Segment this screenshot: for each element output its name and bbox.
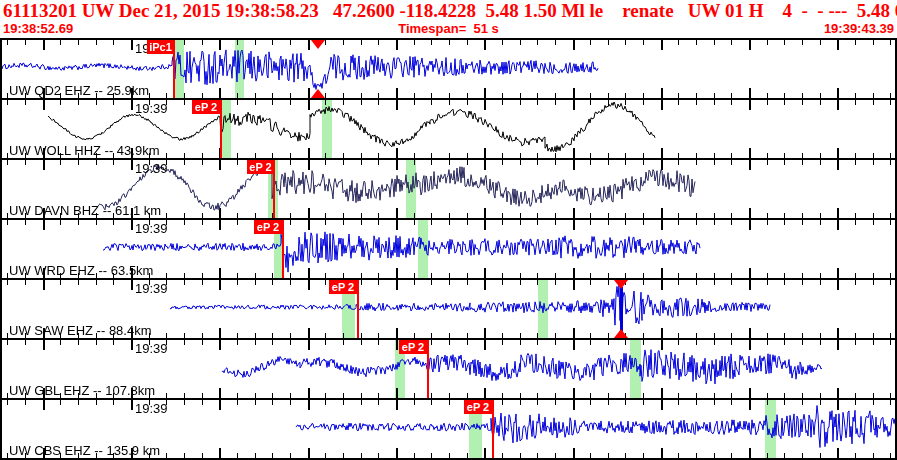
timespan-label: Timespan= 51 s <box>0 21 897 36</box>
phase-pick-line[interactable] <box>282 220 284 278</box>
station-label: UW SAW EHZ -- 88.4km <box>9 323 152 338</box>
minute-timestamp: 19:39 <box>135 401 168 416</box>
phase-pick-flag[interactable]: iPc1 <box>147 40 174 54</box>
station-label: UW GBL EHZ -- 107.8km <box>9 383 155 398</box>
trace-panel-3: 19:39eP 2UW DAVN BHZ -- 61.1 km <box>2 158 895 218</box>
minute-timestamp: 19:39 <box>135 101 168 116</box>
minute-timestamp: 19:39 <box>135 221 168 236</box>
minute-timestamp: 19:39 <box>135 341 168 356</box>
phase-pick-flag[interactable]: eP 2 <box>399 340 427 354</box>
trace-panel-7: 19:39eP 2UW CBS EHZ -- 135.9 km <box>2 398 895 458</box>
coda-marker-bottom-icon[interactable] <box>614 329 628 338</box>
trace-panel-5: 19:39eP 2UW SAW EHZ -- 88.4km <box>2 278 895 338</box>
station-label: UW CBS EHZ -- 135.9 km <box>9 443 160 458</box>
station-label: UW WRD EHZ -- 63.5km <box>9 263 153 278</box>
phase-pick-flag[interactable]: eP 2 <box>254 220 282 234</box>
station-label: UW DAVN BHZ -- 61.1 km <box>9 203 161 218</box>
window-end-time: 19:39:43.39 <box>824 21 894 36</box>
coda-marker-top-icon[interactable] <box>614 280 628 289</box>
phase-pick-flag[interactable]: eP 2 <box>192 100 220 114</box>
coda-marker-top-icon[interactable] <box>311 40 325 49</box>
minute-timestamp: 19:39 <box>135 281 168 296</box>
coda-marker-bottom-icon[interactable] <box>311 89 325 98</box>
station-label: UW WOLL HHZ -- 43.9km <box>9 143 159 158</box>
trace-panel-1: 19:39iPc1UW QD2 EHZ -- 25.9km <box>2 38 895 98</box>
time-header: 19:38:52.69 Timespan= 51 s 19:39:43.39 <box>0 21 897 37</box>
minute-timestamp: 19:39 <box>135 161 168 176</box>
seismic-picker-window: 61113201 UW Dec 21, 2015 19:38:58.23 47.… <box>0 0 897 460</box>
station-label: UW QD2 EHZ -- 25.9km <box>9 83 149 98</box>
phase-pick-flag[interactable]: eP 2 <box>464 400 492 414</box>
trace-panel-2: 19:39eP 2UW WOLL HHZ -- 43.9km <box>2 98 895 158</box>
coda-marker-line[interactable] <box>620 287 623 331</box>
trace-panel-4: 19:39eP 2UW WRD EHZ -- 63.5km <box>2 218 895 278</box>
phase-pick-line[interactable] <box>492 400 494 458</box>
trace-list: 19:39iPc1UW QD2 EHZ -- 25.9km19:39eP 2UW… <box>0 38 897 460</box>
phase-pick-flag[interactable]: eP 2 <box>329 280 357 294</box>
phase-pick-line[interactable] <box>357 280 359 338</box>
phase-pick-flag[interactable]: eP 2 <box>247 160 274 174</box>
phase-pick-line[interactable] <box>220 100 222 158</box>
phase-pick-line[interactable] <box>427 340 429 398</box>
trace-panel-6: 19:39eP 2UW GBL EHZ -- 107.8km <box>2 338 895 398</box>
event-header: 61113201 UW Dec 21, 2015 19:38:58.23 47.… <box>3 0 897 21</box>
